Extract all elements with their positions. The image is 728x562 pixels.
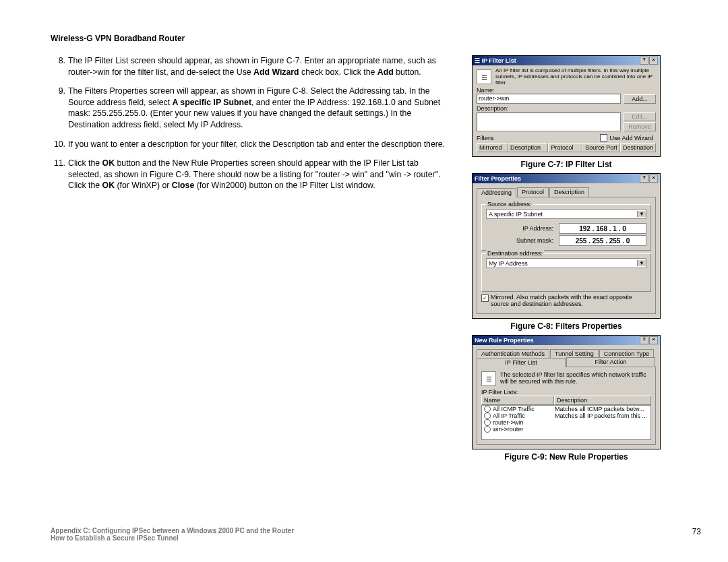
fig8-caption: Figure C-8: Filters Properties <box>472 321 661 331</box>
fig7-caption: Figure C-7: IP Filter List <box>472 160 661 169</box>
radio-icon[interactable] <box>484 426 491 433</box>
page-header: Wireless-G VPN Boradband Router <box>51 34 701 43</box>
fig7-info: An IP filter list is composed of multipl… <box>495 68 656 86</box>
fig7-dialog: ☰ IP Filter List ? × ☰ An IP filter list… <box>472 55 661 157</box>
step-item: 8.The IP Filter List screen should appea… <box>51 55 452 77</box>
dest-group: Destination address: <box>486 250 544 257</box>
tab-ipfilter[interactable]: IP Filter List <box>477 358 566 367</box>
fig9-hint: The selected IP filter list specifies wh… <box>500 372 648 385</box>
fig9-caption: Figure C-9: New Rule Properties <box>472 452 661 462</box>
mask-label: Subnet mask: <box>516 237 553 244</box>
dest-combo[interactable]: My IP Address▼ <box>486 258 646 268</box>
mirrored-label: Mirrored. Also match packets with the ex… <box>491 294 648 308</box>
name-input[interactable]: router->win <box>477 94 621 104</box>
list-item[interactable]: All IP TrafficMatches all IP packets fro… <box>482 412 650 419</box>
tab-protocol[interactable]: Protocol <box>517 187 549 197</box>
fig9-list[interactable]: All ICMP TrafficMatches all ICMP packets… <box>481 405 651 440</box>
tab-addressing[interactable]: Addressing <box>477 188 516 197</box>
info-icon: ☰ <box>477 69 491 84</box>
close-icon[interactable]: × <box>649 175 658 183</box>
fig9-list-header: Name Description <box>481 396 651 405</box>
ip-input[interactable]: 192 . 168 . 1 . 0 <box>559 223 646 234</box>
tab-auth[interactable]: Authentication Methods <box>477 349 549 358</box>
footer: Appendix C: Configuring IPSec between a … <box>51 527 701 542</box>
filters-label: Filters: <box>477 135 495 142</box>
fig7-titlebar: ☰ IP Filter List ? × <box>473 56 660 65</box>
source-group: Source address: <box>486 201 533 208</box>
help-icon[interactable]: ? <box>640 336 648 344</box>
radio-icon[interactable] <box>484 406 491 412</box>
wizard-label: Use Add Wizard <box>609 135 653 142</box>
fig8-dialog: Filter Properties ? × Addressing Protoco… <box>472 173 661 319</box>
step-item: 9.The Filters Properties screen will app… <box>51 86 452 130</box>
radio-icon[interactable] <box>484 412 491 419</box>
radio-icon[interactable] <box>484 419 491 426</box>
wizard-checkbox[interactable] <box>600 134 607 142</box>
fig7-list-header: Mirrored Description Protocol Source Por… <box>477 143 656 152</box>
chevron-down-icon[interactable]: ▼ <box>637 211 646 217</box>
tab-description[interactable]: Description <box>549 187 589 197</box>
list-item[interactable]: win->router <box>482 426 650 433</box>
list-item[interactable]: router->win <box>482 419 650 426</box>
help-icon[interactable]: ? <box>640 175 648 183</box>
step-item: 11.Click the OK button and the New Rule … <box>51 158 452 191</box>
ipfl-label: IP Filter Lists: <box>481 389 648 396</box>
add-button[interactable]: Add... <box>624 94 656 104</box>
list-item[interactable]: All ICMP TrafficMatches all ICMP packets… <box>482 406 650 412</box>
fig8-titlebar: Filter Properties ? × <box>473 174 660 183</box>
fig9-dialog: New Rule Properties ? × Authentication M… <box>472 335 661 449</box>
close-icon[interactable]: × <box>649 336 658 344</box>
source-combo[interactable]: A specific IP Subnet▼ <box>486 209 646 219</box>
instruction-text: 8.The IP Filter List screen should appea… <box>51 55 472 466</box>
desc-label: Description: <box>477 105 653 112</box>
mask-input[interactable]: 255 . 255 . 255 . 0 <box>559 235 646 246</box>
step-item: 10.If you want to enter a description fo… <box>51 139 452 150</box>
remove-button: Remove <box>624 122 656 131</box>
edit-button: Edit... <box>624 112 656 121</box>
chevron-down-icon[interactable]: ▼ <box>637 260 646 266</box>
info-icon: ☰ <box>481 371 496 386</box>
help-icon[interactable]: ? <box>640 57 648 65</box>
fig9-titlebar: New Rule Properties ? × <box>473 336 660 345</box>
name-label: Name: <box>477 87 653 94</box>
ip-label: IP Address: <box>522 225 553 232</box>
desc-input[interactable] <box>477 113 621 131</box>
tab-filteraction[interactable]: Filter Action <box>566 357 655 367</box>
mirrored-checkbox[interactable]: ✓ <box>481 294 489 302</box>
close-icon[interactable]: × <box>649 57 658 65</box>
